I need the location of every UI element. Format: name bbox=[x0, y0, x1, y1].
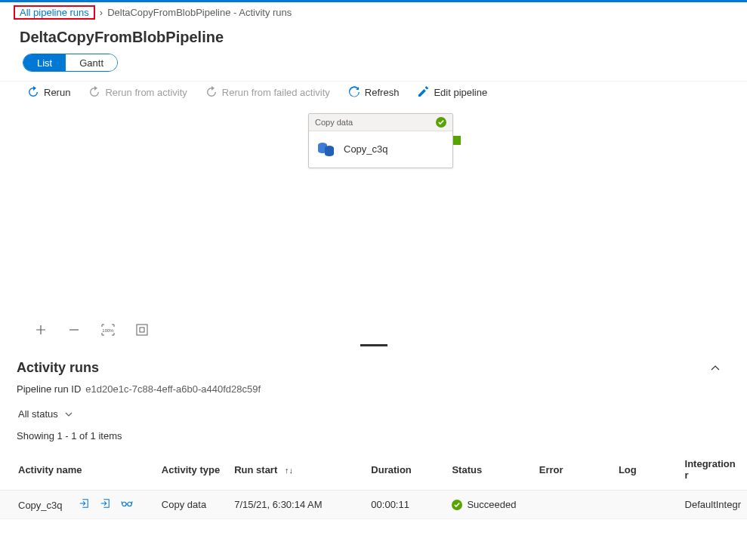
cell-log bbox=[613, 491, 679, 519]
status-filter-label: All status bbox=[18, 408, 58, 420]
zoom-in-button[interactable] bbox=[35, 324, 47, 336]
status-filter-dropdown[interactable]: All status bbox=[18, 408, 73, 420]
view-toggle: List Gantt bbox=[23, 54, 118, 72]
refresh-label: Refresh bbox=[365, 87, 400, 98]
zoom-out-button[interactable] bbox=[68, 324, 80, 336]
items-count: Showing 1 - 1 of 1 items bbox=[0, 430, 747, 452]
activity-card-header: Copy data bbox=[309, 114, 452, 131]
collapse-toggle[interactable] bbox=[709, 362, 721, 374]
svg-text:100%: 100% bbox=[102, 328, 114, 333]
run-id-value: e1d20e1c-7c88-4eff-a6b0-a440fd28c59f bbox=[85, 383, 261, 395]
rerun-from-failed-label: Rerun from failed activity bbox=[222, 87, 330, 98]
cell-status: Succeeded bbox=[467, 499, 516, 510]
rerun-from-activity-button: Rerun from activity bbox=[88, 86, 187, 98]
rerun-from-activity-label: Rerun from activity bbox=[105, 87, 187, 98]
activity-card-type-label: Copy data bbox=[315, 118, 353, 127]
activity-card-body: Copy_c3q bbox=[309, 131, 452, 168]
table-row[interactable]: Copy_c3q Copy data 7/15/21, 6:30:14 AM 0… bbox=[0, 491, 747, 519]
input-icon[interactable] bbox=[79, 498, 89, 509]
pipeline-canvas[interactable]: Copy data Copy_c3q bbox=[0, 103, 747, 318]
pipeline-run-id: Pipeline run ID e1d20e1c-7c88-4eff-a6b0-… bbox=[0, 380, 747, 405]
rerun-from-activity-icon bbox=[88, 86, 100, 98]
output-icon[interactable] bbox=[100, 498, 110, 509]
rerun-from-failed-button: Rerun from failed activity bbox=[205, 86, 330, 98]
activity-runs-table: Activity name Activity type Run start ↑↓… bbox=[0, 452, 747, 519]
breadcrumb-current: DeltaCopyFromBlobPipeline - Activity run… bbox=[107, 7, 292, 18]
activity-runs-title: Activity runs bbox=[17, 360, 99, 376]
chevron-right-icon: › bbox=[100, 7, 103, 18]
canvas-zoom-controls: 100% bbox=[0, 318, 747, 343]
tab-list[interactable]: List bbox=[23, 54, 66, 71]
refresh-icon bbox=[348, 86, 360, 98]
activity-runs-header: Activity runs bbox=[0, 351, 747, 380]
column-run-start[interactable]: Run start ↑↓ bbox=[228, 452, 365, 491]
rerun-button[interactable]: Rerun bbox=[27, 86, 70, 98]
refresh-button[interactable]: Refresh bbox=[348, 86, 400, 98]
cell-run-start: 7/15/21, 6:30:14 AM bbox=[228, 491, 365, 519]
toolbar: Rerun Rerun from activity Rerun from fai… bbox=[0, 81, 747, 103]
edit-pipeline-label: Edit pipeline bbox=[434, 87, 487, 98]
svg-point-6 bbox=[128, 502, 131, 506]
svg-rect-4 bbox=[140, 328, 144, 332]
panel-splitter[interactable] bbox=[0, 343, 747, 351]
column-duration[interactable]: Duration bbox=[365, 452, 446, 491]
cell-duration: 00:00:11 bbox=[365, 491, 446, 519]
splitter-handle-icon bbox=[360, 343, 387, 346]
rerun-label: Rerun bbox=[44, 87, 70, 98]
column-activity-name[interactable]: Activity name bbox=[0, 452, 156, 491]
rerun-icon bbox=[27, 86, 39, 98]
activity-output-port[interactable] bbox=[453, 136, 461, 145]
zoom-fit-button[interactable] bbox=[136, 324, 148, 336]
tab-gantt[interactable]: Gantt bbox=[66, 54, 117, 71]
column-activity-type[interactable]: Activity type bbox=[156, 452, 228, 491]
column-status[interactable]: Status bbox=[446, 452, 532, 491]
cell-activity-type: Copy data bbox=[156, 491, 228, 519]
page-title: DeltaCopyFromBlobPipeline bbox=[0, 23, 747, 54]
copy-data-icon bbox=[316, 140, 336, 157]
activity-card-copy-data[interactable]: Copy data Copy_c3q bbox=[308, 113, 453, 168]
svg-point-5 bbox=[122, 502, 126, 506]
column-integration[interactable]: Integration r bbox=[679, 452, 747, 491]
run-id-label: Pipeline run ID bbox=[17, 383, 81, 395]
breadcrumb: All pipeline runs › DeltaCopyFromBlobPip… bbox=[0, 2, 747, 23]
cell-integration: DefaultIntegr bbox=[679, 491, 747, 519]
edit-pipeline-button[interactable]: Edit pipeline bbox=[417, 86, 487, 98]
breadcrumb-all-pipeline-runs[interactable]: All pipeline runs bbox=[14, 5, 95, 20]
chevron-down-icon bbox=[64, 410, 73, 419]
rerun-from-failed-icon bbox=[205, 86, 218, 98]
column-log[interactable]: Log bbox=[613, 452, 679, 491]
cell-activity-name: Copy_c3q bbox=[18, 500, 63, 511]
sort-icon: ↑↓ bbox=[280, 466, 293, 475]
zoom-reset-button[interactable]: 100% bbox=[101, 324, 115, 336]
column-run-start-label: Run start bbox=[234, 464, 277, 475]
cell-error bbox=[533, 491, 613, 519]
filter-row: All status bbox=[0, 405, 747, 430]
glasses-icon[interactable] bbox=[121, 498, 133, 509]
edit-icon bbox=[417, 86, 429, 98]
success-icon bbox=[452, 500, 462, 510]
svg-rect-3 bbox=[137, 325, 147, 335]
activity-card-name: Copy_c3q bbox=[344, 143, 388, 155]
column-error[interactable]: Error bbox=[533, 452, 613, 491]
success-icon bbox=[436, 117, 446, 128]
